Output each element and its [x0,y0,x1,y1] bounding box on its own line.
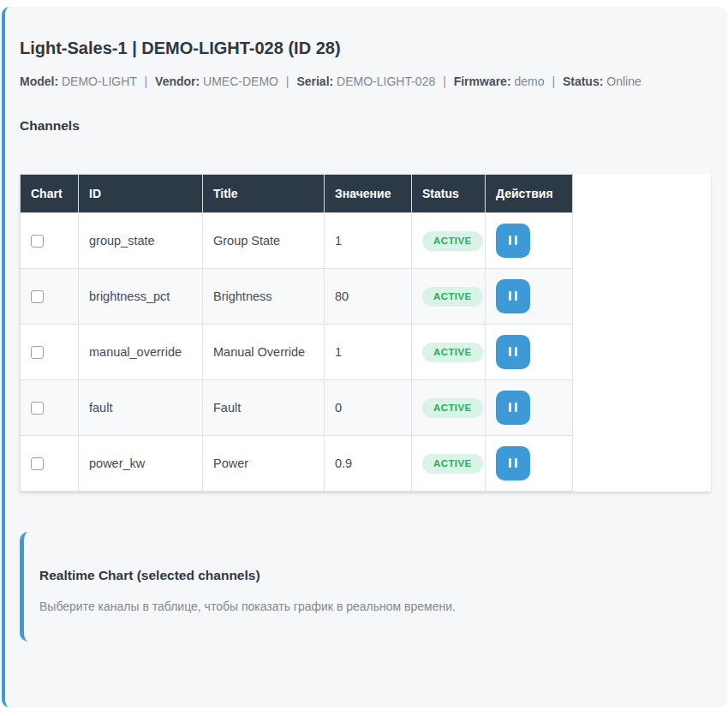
table-header-row: Chart ID Title Значение Status Действия [21,175,573,213]
table-row: power_kw Power 0.9 ACTIVE [21,436,573,492]
channel-id: fault [79,380,203,436]
realtime-chart-card: Realtime Chart (selected channels) Выбер… [20,532,711,641]
page-title: Light-Sales-1 | DEMO-LIGHT-028 (ID 28) [20,38,711,58]
channel-value: 0 [325,380,412,436]
pause-icon [507,290,519,303]
col-header-chart: Chart [21,175,79,213]
col-header-status: Status [412,175,486,213]
channel-value: 80 [325,269,412,325]
channel-status-cell: ACTIVE [412,380,486,436]
table-row: fault Fault 0 ACTIVE [21,380,573,436]
chart-select-checkbox[interactable] [31,457,44,470]
meta-value-status: Online [606,75,641,88]
meta-separator: | [145,75,148,88]
channel-title: Power [203,436,325,492]
pause-button[interactable] [496,391,530,425]
meta-label-vendor: Vendor: [155,75,200,88]
meta-separator: | [443,75,446,88]
channel-title: Brightness [203,269,325,325]
channel-title: Fault [203,380,325,436]
chart-select-checkbox[interactable] [31,402,44,415]
meta-label-status: Status: [563,75,603,88]
channel-status-cell: ACTIVE [412,436,486,492]
pause-icon [507,457,519,470]
channel-actions-cell [486,436,573,492]
pause-button[interactable] [496,279,530,313]
status-badge: ACTIVE [422,454,483,474]
channel-value: 1 [325,325,412,380]
chart-select-checkbox[interactable] [31,235,44,248]
chart-select-cell [21,213,79,269]
pause-icon [507,402,519,415]
status-badge: ACTIVE [422,398,483,418]
pause-button[interactable] [496,446,530,480]
channel-id: brightness_pct [79,269,203,325]
meta-label-serial: Serial: [296,75,333,88]
realtime-chart-title: Realtime Chart (selected channels) [39,568,711,583]
channel-actions-cell [486,380,573,436]
channel-title: Group State [203,213,325,269]
meta-value-serial: DEMO-LIGHT-028 [337,75,435,88]
channels-table: Chart ID Title Значение Status Действия … [20,174,573,492]
pause-button[interactable] [496,335,530,369]
channel-id: manual_override [79,325,203,380]
chart-select-checkbox[interactable] [31,346,44,359]
realtime-chart-description: Выберите каналы в таблице, чтобы показат… [39,600,711,613]
meta-value-vendor: UMEC-DEMO [203,75,278,88]
chart-select-cell [21,436,79,492]
meta-separator: | [552,75,555,88]
channel-actions-cell [486,269,573,325]
meta-label-firmware: Firmware: [454,75,511,88]
meta-value-firmware: demo [514,75,544,88]
channel-actions-cell [486,213,573,269]
col-header-value: Значение [325,175,412,213]
channel-status-cell: ACTIVE [412,213,486,269]
col-header-id: ID [79,175,203,213]
meta-label-model: Model: [20,75,58,88]
channel-status-cell: ACTIVE [412,325,486,380]
table-row: brightness_pct Brightness 80 ACTIVE [21,269,573,325]
chart-select-cell [21,269,79,325]
status-badge: ACTIVE [422,231,483,251]
channels-section-title: Channels [20,118,711,134]
channel-id: power_kw [79,436,203,492]
col-header-actions: Действия [486,175,573,213]
pause-icon [507,235,519,248]
status-badge: ACTIVE [422,343,483,362]
table-row: group_state Group State 1 ACTIVE [21,213,573,269]
channel-title: Manual Override [203,325,325,380]
pause-button[interactable] [496,224,530,258]
channel-id: group_state [79,213,203,269]
meta-value-model: DEMO-LIGHT [62,75,137,88]
chart-select-checkbox[interactable] [31,290,44,303]
table-row: manual_override Manual Override 1 ACTIVE [21,325,573,380]
device-meta: Model: DEMO-LIGHT | Vendor: UMEC-DEMO | … [20,75,711,89]
channel-status-cell: ACTIVE [412,269,486,325]
device-detail-panel: Light-Sales-1 | DEMO-LIGHT-028 (ID 28) M… [2,7,727,707]
channel-value: 1 [325,213,412,269]
col-header-title: Title [203,175,325,213]
channel-actions-cell [486,325,573,380]
meta-separator: | [286,75,289,88]
channels-table-panel: Chart ID Title Значение Status Действия … [20,174,711,492]
chart-select-cell [21,380,79,436]
pause-icon [507,346,519,359]
chart-select-cell [21,325,79,380]
status-badge: ACTIVE [422,287,483,307]
channel-value: 0.9 [325,436,412,492]
